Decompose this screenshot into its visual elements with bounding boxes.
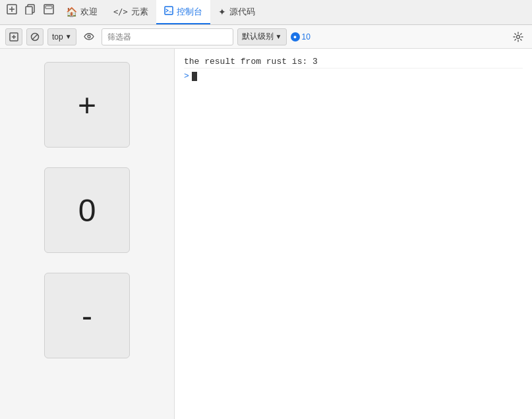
clear-console-button[interactable] <box>5 28 22 45</box>
level-selector[interactable]: 默认级别 ▼ <box>237 28 287 45</box>
main-content: + 0 - the result from rust is: 3 > <box>0 49 532 419</box>
console-cursor <box>192 72 197 81</box>
settings-button[interactable] <box>510 28 527 45</box>
minus-label: - <box>82 298 92 334</box>
block-button[interactable] <box>26 28 44 45</box>
svg-rect-2 <box>26 7 32 14</box>
eye-button[interactable] <box>80 28 98 45</box>
console-panel: the result from rust is: 3 > <box>175 49 532 419</box>
home-icon: 🏠 <box>66 7 77 17</box>
plus-label: + <box>78 87 96 123</box>
svg-point-10 <box>88 36 90 38</box>
console-output-text: the result from rust is: 3 <box>184 57 318 67</box>
zero-button[interactable]: 0 <box>44 167 130 253</box>
plus-button[interactable]: + <box>44 62 130 148</box>
filter-input[interactable] <box>102 28 233 45</box>
elements-icon: </> <box>113 7 128 16</box>
message-dot-icon: ● <box>291 32 300 42</box>
console-prompt: > <box>184 71 523 81</box>
console-line: the result from rust is: 3 <box>184 55 523 69</box>
svg-rect-4 <box>45 6 52 9</box>
prompt-arrow-icon: > <box>184 71 189 81</box>
tab-copy[interactable] <box>21 0 40 18</box>
tab-elements[interactable]: </> 元素 <box>105 0 156 24</box>
count-value: 10 <box>302 32 310 42</box>
console-icon <box>164 6 173 17</box>
tab-bar: 🏠 欢迎 </> 元素 控制台 ✦ 源代码 <box>0 0 532 25</box>
tab-console-label: 控制台 <box>177 6 202 18</box>
tab-welcome-label: 欢迎 <box>80 6 98 18</box>
tab-welcome[interactable]: 🏠 欢迎 <box>58 0 105 24</box>
tab-inspect[interactable] <box>3 0 21 18</box>
tab-layout[interactable] <box>40 0 58 18</box>
chevron-down-icon: ▼ <box>65 33 72 40</box>
context-label: top <box>52 32 63 42</box>
level-chevron-icon: ▼ <box>276 33 282 40</box>
zero-label: 0 <box>78 192 96 229</box>
level-label: 默认级别 <box>242 31 274 42</box>
left-panel: + 0 - <box>0 49 175 419</box>
tab-source-label: 源代码 <box>229 6 255 18</box>
context-selector[interactable]: top ▼ <box>47 28 76 45</box>
svg-point-11 <box>517 35 520 38</box>
message-count: ● 10 <box>291 32 310 42</box>
tab-source[interactable]: ✦ 源代码 <box>210 0 263 24</box>
source-icon: ✦ <box>218 7 226 17</box>
minus-button[interactable]: - <box>44 273 130 358</box>
svg-line-9 <box>32 34 38 40</box>
console-output[interactable]: the result from rust is: 3 > <box>175 49 532 419</box>
toolbar: top ▼ 默认级别 ▼ ● 10 <box>0 25 532 49</box>
tab-elements-label: 元素 <box>131 6 148 18</box>
tab-console[interactable]: 控制台 <box>156 0 210 24</box>
